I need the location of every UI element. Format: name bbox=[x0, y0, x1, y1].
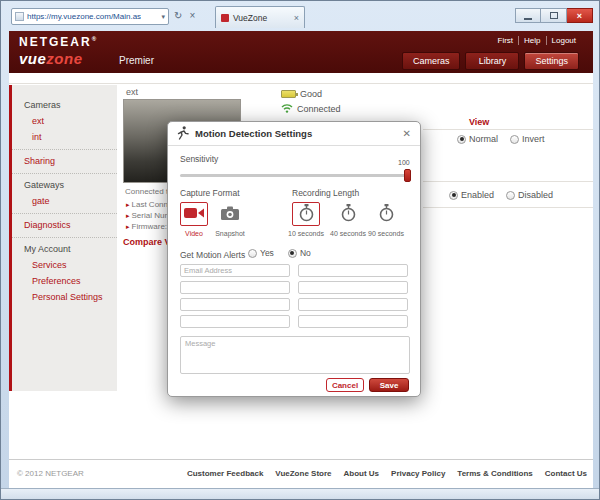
browser-titlebar: https://my.vuezone.com/Main.as ▾ ↻ × Vue… bbox=[1, 1, 600, 31]
browser-window: https://my.vuezone.com/Main.as ▾ ↻ × Vue… bbox=[0, 0, 600, 500]
browser-status-bar bbox=[1, 488, 600, 500]
logout-link[interactable]: Logout bbox=[546, 36, 581, 45]
cancel-button[interactable]: Cancel bbox=[326, 378, 364, 392]
sidebar-item-preferences[interactable]: Preferences bbox=[12, 273, 117, 289]
recording-90s-button[interactable] bbox=[372, 202, 400, 226]
minimize-icon bbox=[524, 18, 532, 20]
sidebar-item-ext[interactable]: ext bbox=[12, 113, 117, 129]
recording-10s-button[interactable] bbox=[292, 202, 320, 226]
recording-90s-label: 90 seconds bbox=[364, 230, 408, 237]
slider-handle[interactable] bbox=[404, 169, 411, 182]
video-camera-icon bbox=[184, 206, 204, 222]
help-link[interactable]: Help bbox=[518, 36, 545, 45]
tab-cameras[interactable]: Cameras bbox=[402, 52, 461, 70]
view-column-label: View bbox=[469, 117, 489, 127]
radio-invert[interactable]: Invert bbox=[510, 134, 545, 144]
user-links: First Help Logout bbox=[493, 36, 581, 45]
tab-library[interactable]: Library bbox=[465, 52, 519, 70]
recording-10s-label: 10 seconds bbox=[284, 230, 328, 237]
maximize-button[interactable] bbox=[541, 8, 567, 23]
email-input-6[interactable] bbox=[298, 298, 408, 311]
battery-status: Good bbox=[281, 89, 322, 99]
close-button[interactable]: × bbox=[567, 8, 593, 23]
sensitivity-slider[interactable] bbox=[180, 174, 410, 177]
tab-settings[interactable]: Settings bbox=[524, 52, 579, 70]
message-input[interactable] bbox=[180, 336, 410, 374]
arrow-bullet-icon: ▸ bbox=[126, 212, 130, 219]
footer-link-about-us[interactable]: About Us bbox=[344, 469, 380, 478]
user-name-link[interactable]: First bbox=[493, 36, 519, 45]
url-dropdown-icon[interactable]: ▾ bbox=[161, 13, 165, 21]
sidebar-item-services[interactable]: Services bbox=[12, 257, 117, 273]
sidebar-item-diagnostics[interactable]: Diagnostics bbox=[12, 213, 117, 233]
email-input-8[interactable] bbox=[298, 315, 408, 328]
motion-alerts-label: Get Motion Alerts bbox=[180, 250, 245, 260]
motion-detection-settings-dialog: Motion Detection Settings ✕ Sensitivity … bbox=[167, 121, 421, 397]
dialog-header: Motion Detection Settings ✕ bbox=[168, 122, 420, 146]
sidebar-item-gateways[interactable]: Gateways bbox=[12, 173, 117, 193]
email-input-3[interactable] bbox=[180, 281, 290, 294]
footer-link-vuezone-store[interactable]: VueZone Store bbox=[275, 469, 331, 478]
email-input-5[interactable] bbox=[180, 298, 290, 311]
footer-link-contact-us[interactable]: Contact Us bbox=[545, 469, 587, 478]
radio-yes[interactable]: Yes bbox=[248, 248, 274, 258]
radio-icon[interactable] bbox=[288, 249, 297, 258]
stopwatch-icon bbox=[341, 204, 356, 224]
radio-icon[interactable] bbox=[248, 249, 257, 258]
footer-link-customer-feedback[interactable]: Customer Feedback bbox=[187, 469, 263, 478]
footer-link-privacy-policy[interactable]: Privacy Policy bbox=[391, 469, 445, 478]
sidebar-item-cameras[interactable]: Cameras bbox=[12, 97, 117, 113]
state-options: Enabled Disabled bbox=[449, 190, 553, 200]
window-controls: × bbox=[515, 8, 593, 23]
stopwatch-icon bbox=[379, 204, 394, 224]
sidebar-item-gate[interactable]: gate bbox=[12, 193, 117, 209]
radio-icon[interactable] bbox=[506, 191, 515, 200]
capture-format-label: Capture Format bbox=[180, 188, 240, 198]
sidebar: Cameras ext int Sharing Gateways gate Di… bbox=[9, 85, 117, 391]
radio-icon[interactable] bbox=[510, 135, 519, 144]
sidebar-item-personal-settings[interactable]: Personal Settings bbox=[12, 289, 117, 305]
sidebar-item-int[interactable]: int bbox=[12, 129, 117, 145]
capture-snapshot-button[interactable] bbox=[216, 202, 244, 226]
email-input-2[interactable] bbox=[298, 264, 408, 277]
dialog-close-icon[interactable]: ✕ bbox=[403, 128, 411, 139]
tab-title: VueZone bbox=[233, 13, 267, 23]
tab-close-icon[interactable]: × bbox=[294, 13, 299, 23]
footer-divider bbox=[9, 459, 593, 460]
sensitivity-value: 100 bbox=[398, 159, 410, 166]
footer-link-terms[interactable]: Terms & Conditions bbox=[457, 469, 532, 478]
recording-40s-button[interactable] bbox=[334, 202, 362, 226]
divider bbox=[423, 207, 593, 208]
radio-enabled[interactable]: Enabled bbox=[449, 190, 494, 200]
url-text: https://my.vuezone.com/Main.as bbox=[27, 12, 141, 21]
dialog-title: Motion Detection Settings bbox=[195, 128, 312, 139]
refresh-icon[interactable]: ↻ bbox=[174, 10, 182, 22]
radio-disabled[interactable]: Disabled bbox=[506, 190, 553, 200]
radio-icon[interactable] bbox=[457, 135, 466, 144]
divider bbox=[423, 181, 593, 182]
maximize-icon bbox=[550, 12, 558, 19]
minimize-button[interactable] bbox=[515, 8, 541, 23]
email-input-1[interactable] bbox=[180, 264, 290, 277]
edition-label: Premier bbox=[119, 55, 154, 66]
address-bar-actions: ↻ × bbox=[174, 10, 195, 22]
connection-status: Connected bbox=[281, 103, 341, 115]
sidebar-item-sharing[interactable]: Sharing bbox=[12, 149, 117, 169]
save-button[interactable]: Save bbox=[369, 378, 409, 392]
radio-normal[interactable]: Normal bbox=[457, 134, 498, 144]
netgear-logo: NETGEAR® bbox=[19, 35, 96, 49]
battery-icon bbox=[281, 90, 296, 98]
capture-video-button[interactable] bbox=[180, 202, 208, 226]
email-input-4[interactable] bbox=[298, 281, 408, 294]
sidebar-item-my-account[interactable]: My Account bbox=[12, 237, 117, 257]
stop-icon[interactable]: × bbox=[189, 10, 195, 22]
site-header: NETGEAR® vuezone Premier First Help Logo… bbox=[9, 31, 593, 73]
browser-tab[interactable]: VueZone × bbox=[215, 6, 305, 28]
snapshot-option-label: Snapshot bbox=[208, 230, 252, 237]
vuezone-logo: vuezone bbox=[19, 50, 83, 67]
radio-icon[interactable] bbox=[449, 191, 458, 200]
radio-no[interactable]: No bbox=[288, 248, 311, 258]
email-input-7[interactable] bbox=[180, 315, 290, 328]
url-bar[interactable]: https://my.vuezone.com/Main.as ▾ bbox=[11, 8, 169, 25]
camera-name: ext bbox=[126, 87, 138, 97]
